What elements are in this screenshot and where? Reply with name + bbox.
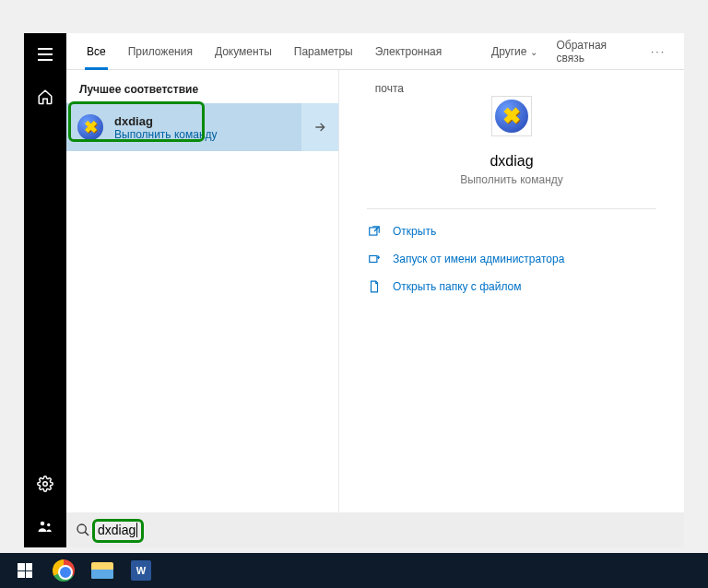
account-button[interactable] <box>24 505 66 547</box>
tab-all[interactable]: Все <box>76 33 117 70</box>
svg-point-0 <box>43 482 48 487</box>
tab-apps[interactable]: Приложения <box>117 33 204 70</box>
left-rail <box>24 33 66 547</box>
detail-panel: ✖ dxdiag Выполнить команду Открыть <box>338 70 684 512</box>
word-icon: W <box>131 560 151 581</box>
svg-point-5 <box>77 524 86 533</box>
admin-icon <box>367 252 382 266</box>
tab-other[interactable]: Другие⌄ <box>480 33 549 70</box>
main-panel: Все Приложения Документы Параметры Элект… <box>66 33 684 547</box>
tab-email[interactable]: Электронная почта <box>364 33 480 70</box>
chrome-icon <box>53 559 75 582</box>
result-subtitle: Выполнить команду <box>114 128 218 141</box>
windows-icon <box>18 563 32 578</box>
action-run-admin[interactable]: Запуск от имени администратора <box>367 252 656 266</box>
people-icon <box>37 518 53 535</box>
detail-title: dxdiag <box>367 153 656 170</box>
tab-docs[interactable]: Документы <box>204 33 283 70</box>
section-best-match: Лучшее соответствие <box>66 79 338 103</box>
result-dxdiag[interactable]: ✖ dxdiag Выполнить команду <box>66 103 301 151</box>
action-open-folder[interactable]: Открыть папку с файлом <box>367 279 656 294</box>
settings-button[interactable] <box>24 463 66 505</box>
expand-result-button[interactable] <box>301 103 338 151</box>
taskbar-chrome[interactable] <box>44 556 83 585</box>
dxdiag-icon: ✖ <box>76 112 105 142</box>
taskbar: W <box>0 553 708 588</box>
text-cursor <box>136 523 137 537</box>
open-icon <box>367 224 382 239</box>
svg-point-2 <box>47 523 50 526</box>
action-open-label: Открыть <box>393 225 436 238</box>
search-icon <box>76 523 90 537</box>
more-button[interactable]: ··· <box>642 45 675 58</box>
svg-point-1 <box>41 522 45 526</box>
home-icon <box>37 88 53 105</box>
home-button[interactable] <box>24 76 66 118</box>
action-open[interactable]: Открыть <box>367 224 656 239</box>
action-admin-label: Запуск от имени администратора <box>393 253 564 265</box>
folder-icon <box>367 279 382 294</box>
menu-button[interactable] <box>24 33 66 76</box>
taskbar-word[interactable]: W <box>122 556 160 585</box>
folder-icon <box>91 562 113 579</box>
hamburger-icon <box>38 48 53 61</box>
tab-params[interactable]: Параметры <box>283 33 364 70</box>
search-bar[interactable]: dxdiag <box>66 512 684 547</box>
gear-icon <box>37 476 53 492</box>
start-button[interactable] <box>6 556 44 585</box>
detail-subtitle: Выполнить команду <box>367 173 656 186</box>
filter-tabs: Все Приложения Документы Параметры Элект… <box>66 33 684 70</box>
taskbar-explorer[interactable] <box>83 556 122 585</box>
result-title: dxdiag <box>114 114 218 128</box>
svg-rect-4 <box>370 256 377 263</box>
search-window: Все Приложения Документы Параметры Элект… <box>24 33 684 547</box>
divider <box>367 208 656 209</box>
detail-app-icon: ✖ <box>491 96 532 136</box>
search-input[interactable]: dxdiag <box>98 523 136 537</box>
chevron-down-icon: ⌄ <box>530 47 537 57</box>
arrow-right-icon <box>313 120 327 135</box>
feedback-link[interactable]: Обратная связь <box>549 39 642 65</box>
svg-rect-3 <box>370 228 377 235</box>
action-folder-label: Открыть папку с файлом <box>393 280 522 293</box>
results-column: Лучшее соответствие ✖ dxdiag Выполнить к… <box>66 70 338 512</box>
